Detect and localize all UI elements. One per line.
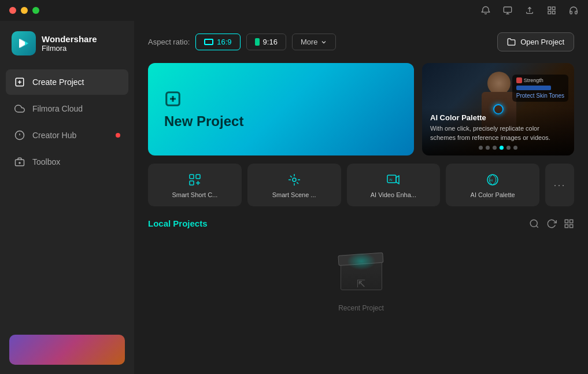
window-controls bbox=[9, 7, 39, 14]
minimize-button[interactable] bbox=[21, 7, 28, 14]
dot-3[interactable] bbox=[500, 146, 504, 150]
dot-0[interactable] bbox=[479, 146, 483, 150]
tool-more[interactable]: ··· bbox=[545, 164, 574, 206]
open-project-button[interactable]: Open Project bbox=[497, 32, 574, 51]
titlebar bbox=[0, 0, 588, 21]
account-icon[interactable] bbox=[502, 5, 513, 16]
aspect-9-16-icon bbox=[255, 38, 260, 46]
svg-rect-32 bbox=[565, 220, 568, 223]
main-content: Aspect ratio: 16:9 9:16 More Open Proje bbox=[134, 0, 588, 374]
more-tools-icon: ··· bbox=[553, 179, 565, 191]
sidebar-item-creator-hub[interactable]: Creator Hub bbox=[6, 123, 128, 148]
svg-text:AI: AI bbox=[389, 178, 393, 182]
sidebar-item-label: Creator Hub bbox=[32, 131, 76, 140]
svg-rect-0 bbox=[504, 7, 511, 12]
svg-rect-2 bbox=[552, 7, 555, 10]
tools-row: Smart Short C... Smart Scene ... AI bbox=[148, 164, 574, 206]
sidebar-item-filmora-cloud[interactable]: Filmora Cloud bbox=[6, 96, 128, 121]
app-logo: Wondershare Filmora bbox=[0, 21, 134, 69]
top-section: New Project Strength bbox=[148, 63, 574, 155]
search-icon[interactable] bbox=[529, 218, 539, 229]
box-group: ⇱ bbox=[338, 255, 384, 297]
svg-rect-20 bbox=[196, 175, 200, 179]
tool-ai-color-label: AI Color Palette bbox=[471, 191, 515, 198]
sidebar-item-label: Filmora Cloud bbox=[32, 104, 83, 113]
new-project-label: New Project bbox=[164, 113, 398, 129]
tool-smart-scene-label: Smart Scene ... bbox=[272, 191, 316, 198]
svg-point-24 bbox=[293, 178, 296, 182]
svg-rect-35 bbox=[570, 224, 573, 227]
toolbox-icon bbox=[14, 156, 25, 168]
tool-ai-video-label: AI Video Enha... bbox=[371, 191, 416, 198]
protect-skin-label: Protect Skin Tones bbox=[516, 92, 564, 99]
dot-2[interactable] bbox=[493, 146, 497, 150]
close-button[interactable] bbox=[9, 7, 16, 14]
upload-icon[interactable] bbox=[524, 5, 535, 16]
ai-video-icon: AI bbox=[386, 172, 400, 187]
creator-hub-icon bbox=[14, 129, 25, 141]
aspect-ratio-bar: Aspect ratio: 16:9 9:16 More Open Proje bbox=[148, 32, 574, 51]
sidebar-bottom bbox=[0, 325, 134, 374]
red-swatch bbox=[516, 77, 522, 83]
ai-color-icon: AI bbox=[486, 172, 500, 187]
aspect-9-16-button[interactable]: 9:16 bbox=[246, 34, 286, 50]
sidebar-item-create-project[interactable]: Create Project bbox=[6, 69, 128, 95]
svg-rect-34 bbox=[565, 224, 568, 227]
sidebar-navigation: Create Project Filmora Cloud Creator Hub bbox=[0, 69, 134, 175]
svg-rect-33 bbox=[570, 220, 573, 223]
headphone-icon[interactable] bbox=[568, 5, 579, 16]
tool-ai-video[interactable]: AI AI Video Enha... bbox=[347, 164, 441, 206]
create-project-icon bbox=[14, 76, 25, 88]
dot-4[interactable] bbox=[506, 146, 511, 150]
grid-view-icon[interactable] bbox=[564, 218, 574, 229]
new-project-add-icon bbox=[164, 89, 398, 108]
local-projects-actions bbox=[529, 218, 574, 229]
app-name-line1: Wondershare bbox=[42, 34, 97, 44]
tool-ai-color[interactable]: AI AI Color Palette bbox=[446, 164, 539, 206]
sidebar-item-toolbox[interactable]: Toolbox bbox=[6, 149, 128, 175]
dot-5[interactable] bbox=[513, 146, 517, 150]
color-row-2 bbox=[516, 86, 564, 90]
svg-marker-26 bbox=[396, 176, 399, 184]
aspect-16-9-button[interactable]: 16:9 bbox=[195, 34, 240, 50]
svg-rect-21 bbox=[190, 181, 194, 185]
tool-smart-scene[interactable]: Smart Scene ... bbox=[247, 164, 341, 206]
svg-text:AI: AI bbox=[490, 179, 493, 182]
sidebar: Wondershare Filmora Create Project Filmo… bbox=[0, 0, 134, 374]
ai-feature-card[interactable]: Strength Protect Skin Tones AI Color Pal… bbox=[422, 63, 574, 155]
color-row-3: Protect Skin Tones bbox=[516, 92, 564, 99]
titlebar-actions bbox=[480, 5, 579, 16]
svg-rect-3 bbox=[548, 11, 551, 14]
color-palette-ui: Strength Protect Skin Tones bbox=[512, 75, 568, 102]
tool-smart-short[interactable]: Smart Short C... bbox=[148, 164, 242, 206]
sidebar-item-label: Create Project bbox=[32, 77, 84, 87]
svg-rect-19 bbox=[190, 175, 194, 179]
app-name-line2: Filmora bbox=[42, 44, 97, 53]
box-arrow: ⇱ bbox=[357, 277, 365, 290]
refresh-icon[interactable] bbox=[546, 218, 557, 229]
maximize-button[interactable] bbox=[32, 7, 39, 14]
smart-short-icon bbox=[188, 172, 202, 187]
grid-icon[interactable] bbox=[546, 5, 557, 16]
logo-icon bbox=[12, 31, 36, 55]
aspect-ratio-label: Aspect ratio: bbox=[148, 38, 190, 46]
cloud-icon bbox=[14, 103, 25, 114]
more-aspect-button[interactable]: More bbox=[292, 34, 336, 50]
svg-line-31 bbox=[536, 225, 538, 227]
sidebar-item-label: Toolbox bbox=[32, 157, 60, 166]
empty-state-text: Recent Project bbox=[338, 304, 384, 312]
ai-feature-title: AI Color Palette bbox=[430, 113, 566, 122]
svg-rect-4 bbox=[552, 11, 555, 14]
app-name-group: Wondershare Filmora bbox=[42, 34, 97, 53]
dot-1[interactable] bbox=[486, 146, 490, 150]
svg-point-30 bbox=[530, 220, 537, 227]
local-projects-header: Local Projects bbox=[148, 218, 574, 229]
svg-rect-1 bbox=[548, 7, 551, 10]
notification-icon[interactable] bbox=[480, 5, 491, 16]
carousel-dots bbox=[430, 146, 566, 150]
ai-feature-info: AI Color Palette With one click, precise… bbox=[422, 108, 574, 155]
profile-area[interactable] bbox=[9, 335, 125, 365]
empty-box-illustration: ⇱ bbox=[338, 255, 384, 297]
new-project-card[interactable]: New Project bbox=[148, 63, 414, 155]
empty-state: ⇱ Recent Project bbox=[148, 238, 574, 318]
